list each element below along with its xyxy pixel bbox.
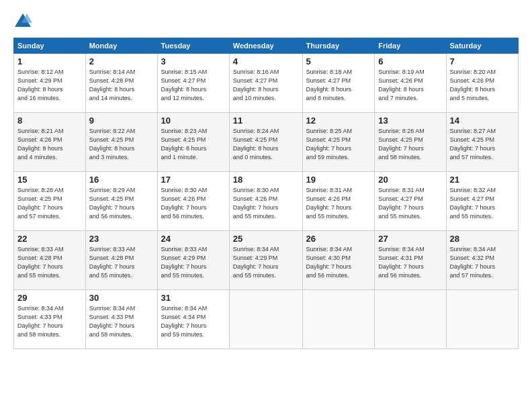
day-number: 6: [378, 56, 442, 66]
calendar-day-header: Tuesday: [157, 38, 229, 54]
day-info: Sunrise: 8:31 AM Sunset: 4:27 PM Dayligh…: [378, 186, 442, 221]
day-number: 7: [450, 56, 515, 66]
day-number: 10: [161, 116, 226, 126]
calendar-cell: 5Sunrise: 8:18 AM Sunset: 4:27 PM Daylig…: [302, 54, 375, 113]
day-info: Sunrise: 8:25 AM Sunset: 4:25 PM Dayligh…: [306, 127, 371, 162]
calendar-table: SundayMondayTuesdayWednesdayThursdayFrid…: [13, 38, 519, 349]
calendar-cell: 12Sunrise: 8:25 AM Sunset: 4:25 PM Dayli…: [302, 113, 375, 172]
calendar-week-row: 1Sunrise: 8:12 AM Sunset: 4:29 PM Daylig…: [14, 54, 519, 113]
calendar-cell: 2Sunrise: 8:14 AM Sunset: 4:28 PM Daylig…: [85, 54, 157, 113]
day-number: 14: [450, 116, 515, 126]
day-info: Sunrise: 8:33 AM Sunset: 4:28 PM Dayligh…: [89, 245, 154, 280]
calendar-cell: 20Sunrise: 8:31 AM Sunset: 4:27 PM Dayli…: [375, 172, 446, 231]
day-info: Sunrise: 8:30 AM Sunset: 4:26 PM Dayligh…: [233, 186, 299, 221]
day-number: 11: [233, 116, 299, 126]
calendar-day-header: Sunday: [14, 38, 86, 54]
day-number: 18: [233, 175, 299, 185]
calendar-day-header: Wednesday: [229, 38, 302, 54]
calendar-cell: 16Sunrise: 8:29 AM Sunset: 4:25 PM Dayli…: [85, 172, 157, 231]
calendar-cell: 25Sunrise: 8:34 AM Sunset: 4:29 PM Dayli…: [229, 231, 302, 290]
day-number: 25: [233, 234, 299, 244]
day-info: Sunrise: 8:12 AM Sunset: 4:29 PM Dayligh…: [17, 68, 82, 103]
calendar-cell: 18Sunrise: 8:30 AM Sunset: 4:26 PM Dayli…: [229, 172, 302, 231]
calendar-cell: [375, 290, 446, 349]
calendar-week-row: 29Sunrise: 8:34 AM Sunset: 4:33 PM Dayli…: [14, 290, 519, 349]
day-number: 5: [306, 56, 371, 66]
calendar-cell: 22Sunrise: 8:33 AM Sunset: 4:28 PM Dayli…: [14, 231, 86, 290]
day-number: 16: [89, 175, 154, 185]
day-number: 15: [17, 175, 82, 185]
calendar-cell: 19Sunrise: 8:31 AM Sunset: 4:26 PM Dayli…: [302, 172, 375, 231]
calendar-cell: 7Sunrise: 8:20 AM Sunset: 4:26 PM Daylig…: [446, 54, 519, 113]
calendar-cell: 26Sunrise: 8:34 AM Sunset: 4:30 PM Dayli…: [302, 231, 375, 290]
day-number: 30: [89, 293, 154, 303]
day-number: 3: [161, 56, 226, 66]
day-info: Sunrise: 8:23 AM Sunset: 4:25 PM Dayligh…: [161, 127, 226, 162]
calendar-cell: 27Sunrise: 8:34 AM Sunset: 4:31 PM Dayli…: [375, 231, 446, 290]
day-number: 8: [17, 116, 82, 126]
day-info: Sunrise: 8:24 AM Sunset: 4:25 PM Dayligh…: [233, 127, 299, 162]
day-info: Sunrise: 8:14 AM Sunset: 4:28 PM Dayligh…: [89, 68, 154, 103]
calendar-cell: 17Sunrise: 8:30 AM Sunset: 4:26 PM Dayli…: [157, 172, 229, 231]
calendar-cell: 23Sunrise: 8:33 AM Sunset: 4:28 PM Dayli…: [85, 231, 157, 290]
day-info: Sunrise: 8:32 AM Sunset: 4:27 PM Dayligh…: [450, 186, 515, 221]
day-info: Sunrise: 8:31 AM Sunset: 4:26 PM Dayligh…: [306, 186, 371, 221]
day-info: Sunrise: 8:15 AM Sunset: 4:27 PM Dayligh…: [161, 68, 226, 103]
day-info: Sunrise: 8:26 AM Sunset: 4:25 PM Dayligh…: [378, 127, 442, 162]
day-number: 9: [89, 116, 154, 126]
day-info: Sunrise: 8:20 AM Sunset: 4:26 PM Dayligh…: [450, 68, 515, 103]
day-number: 20: [378, 175, 442, 185]
calendar-cell: [302, 290, 375, 349]
day-number: 26: [306, 234, 371, 244]
calendar-day-header: Monday: [85, 38, 157, 54]
day-number: 19: [306, 175, 371, 185]
calendar-cell: [229, 290, 302, 349]
day-number: 22: [17, 234, 82, 244]
calendar-header-row: SundayMondayTuesdayWednesdayThursdayFrid…: [14, 38, 519, 54]
day-number: 23: [89, 234, 154, 244]
calendar-cell: 8Sunrise: 8:21 AM Sunset: 4:26 PM Daylig…: [14, 113, 86, 172]
day-number: 1: [17, 56, 82, 66]
day-number: 13: [378, 116, 442, 126]
day-info: Sunrise: 8:22 AM Sunset: 4:25 PM Dayligh…: [89, 127, 154, 162]
calendar-cell: 6Sunrise: 8:19 AM Sunset: 4:26 PM Daylig…: [375, 54, 446, 113]
day-number: 21: [450, 175, 515, 185]
calendar-cell: 15Sunrise: 8:28 AM Sunset: 4:25 PM Dayli…: [14, 172, 86, 231]
calendar-cell: [446, 290, 519, 349]
calendar-cell: 11Sunrise: 8:24 AM Sunset: 4:25 PM Dayli…: [229, 113, 302, 172]
day-number: 12: [306, 116, 371, 126]
day-number: 24: [161, 234, 226, 244]
day-info: Sunrise: 8:34 AM Sunset: 4:34 PM Dayligh…: [161, 304, 226, 339]
day-info: Sunrise: 8:34 AM Sunset: 4:30 PM Dayligh…: [306, 245, 371, 280]
day-info: Sunrise: 8:19 AM Sunset: 4:26 PM Dayligh…: [378, 68, 442, 103]
day-info: Sunrise: 8:34 AM Sunset: 4:31 PM Dayligh…: [378, 245, 442, 280]
day-info: Sunrise: 8:30 AM Sunset: 4:26 PM Dayligh…: [161, 186, 226, 221]
day-info: Sunrise: 8:33 AM Sunset: 4:28 PM Dayligh…: [17, 245, 82, 280]
day-info: Sunrise: 8:34 AM Sunset: 4:33 PM Dayligh…: [89, 304, 154, 339]
day-number: 31: [161, 293, 226, 303]
day-info: Sunrise: 8:34 AM Sunset: 4:33 PM Dayligh…: [17, 304, 82, 339]
calendar-cell: 21Sunrise: 8:32 AM Sunset: 4:27 PM Dayli…: [446, 172, 519, 231]
day-info: Sunrise: 8:34 AM Sunset: 4:29 PM Dayligh…: [233, 245, 299, 280]
day-info: Sunrise: 8:33 AM Sunset: 4:29 PM Dayligh…: [161, 245, 226, 280]
calendar-cell: 24Sunrise: 8:33 AM Sunset: 4:29 PM Dayli…: [157, 231, 229, 290]
calendar-cell: 3Sunrise: 8:15 AM Sunset: 4:27 PM Daylig…: [157, 54, 229, 113]
day-info: Sunrise: 8:16 AM Sunset: 4:27 PM Dayligh…: [233, 68, 299, 103]
day-number: 4: [233, 56, 299, 66]
calendar-day-header: Saturday: [446, 38, 519, 54]
logo-icon: [13, 12, 32, 31]
calendar-week-row: 22Sunrise: 8:33 AM Sunset: 4:28 PM Dayli…: [14, 231, 519, 290]
day-number: 28: [450, 234, 515, 244]
calendar-cell: 1Sunrise: 8:12 AM Sunset: 4:29 PM Daylig…: [14, 54, 86, 113]
day-info: Sunrise: 8:29 AM Sunset: 4:25 PM Dayligh…: [89, 186, 154, 221]
calendar-cell: 29Sunrise: 8:34 AM Sunset: 4:33 PM Dayli…: [14, 290, 86, 349]
calendar-day-header: Thursday: [302, 38, 375, 54]
calendar-cell: 28Sunrise: 8:34 AM Sunset: 4:32 PM Dayli…: [446, 231, 519, 290]
calendar-cell: 31Sunrise: 8:34 AM Sunset: 4:34 PM Dayli…: [157, 290, 229, 349]
day-info: Sunrise: 8:21 AM Sunset: 4:26 PM Dayligh…: [17, 127, 82, 162]
day-info: Sunrise: 8:27 AM Sunset: 4:25 PM Dayligh…: [450, 127, 515, 162]
day-info: Sunrise: 8:28 AM Sunset: 4:25 PM Dayligh…: [17, 186, 82, 221]
calendar-cell: 13Sunrise: 8:26 AM Sunset: 4:25 PM Dayli…: [375, 113, 446, 172]
day-number: 27: [378, 234, 442, 244]
day-info: Sunrise: 8:34 AM Sunset: 4:32 PM Dayligh…: [450, 245, 515, 280]
